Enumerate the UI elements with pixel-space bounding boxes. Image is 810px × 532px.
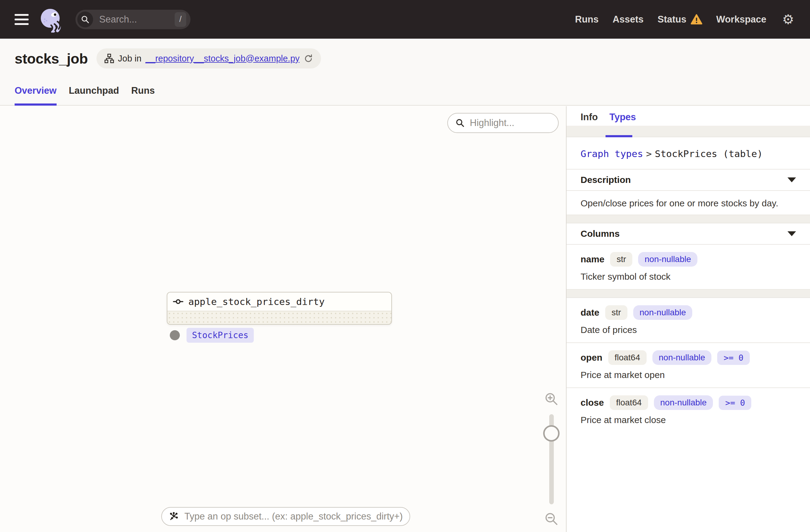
nav-link-assets[interactable]: Assets — [613, 14, 644, 25]
description-body: Open/close prices for one or more stocks… — [567, 191, 810, 214]
breadcrumb: Graph types>StockPrices (table) — [567, 137, 810, 169]
refresh-icon[interactable] — [304, 54, 313, 63]
type-badge: str — [605, 305, 628, 320]
dagster-logo-icon[interactable] — [38, 6, 64, 33]
global-search[interactable]: / — [76, 10, 191, 29]
type-badge: float64 — [610, 396, 648, 410]
column-row-name: name str non-nullable Ticker symbol of s… — [567, 245, 810, 289]
columns-title: Columns — [581, 229, 619, 239]
breadcrumb-current: StockPrices (table) — [655, 148, 763, 159]
op-selector-icon — [168, 511, 179, 522]
panel-tab-types[interactable]: Types — [610, 112, 636, 123]
column-row-close: close float64 non-nullable >= 0 Price at… — [567, 388, 810, 433]
column-row-open: open float64 non-nullable >= 0 Price at … — [567, 343, 810, 387]
op-node-apple-stock-prices-dirty[interactable]: apple_stock_prices_dirty — [167, 292, 392, 325]
nav-link-workspace[interactable]: Workspace — [716, 14, 766, 25]
graph-icon — [104, 53, 114, 63]
menu-icon[interactable] — [15, 14, 29, 25]
op-node-body — [167, 311, 391, 324]
breadcrumb-separator: > — [643, 148, 655, 159]
panel-tab-info[interactable]: Info — [581, 112, 598, 123]
chevron-down-icon[interactable] — [788, 177, 796, 182]
top-nav: / Runs Assets Status Workspace ⚙ — [0, 0, 810, 39]
chevron-down-icon[interactable] — [788, 231, 796, 236]
op-output-row: StockPrices — [170, 328, 254, 343]
panel-tab-bar-strip — [567, 126, 810, 137]
zoom-control — [539, 392, 564, 526]
zoom-slider-knob[interactable] — [543, 425, 560, 441]
nav-link-status[interactable]: Status — [658, 14, 702, 25]
warning-triangle-icon — [691, 14, 702, 25]
active-tab-underline — [605, 135, 632, 137]
section-gap-strip — [567, 289, 810, 298]
type-badge: str — [610, 252, 632, 267]
columns-section-header[interactable]: Columns — [567, 223, 810, 244]
tab-runs[interactable]: Runs — [131, 85, 155, 106]
breadcrumb-link-graph-types[interactable]: Graph types — [581, 148, 643, 159]
column-name: close — [581, 398, 604, 408]
column-description: Price at market open — [581, 365, 796, 387]
highlight-input[interactable] — [470, 117, 551, 128]
op-subset-filter[interactable] — [161, 507, 410, 526]
job-tabs: Overview Launchpad Runs — [15, 85, 155, 106]
type-badge: float64 — [608, 350, 647, 365]
slash-shortcut-key: / — [175, 12, 186, 27]
page-title: stocks_job — [15, 50, 88, 67]
output-type-tag[interactable]: StockPrices — [187, 328, 254, 343]
tab-overview[interactable]: Overview — [15, 85, 56, 106]
panel-tabs: Info Types — [567, 106, 810, 126]
zoom-in-icon[interactable] — [544, 392, 559, 406]
nav-link-runs[interactable]: Runs — [575, 14, 599, 25]
column-row-date: date str non-nullable Date of prices — [567, 298, 810, 342]
description-section-header[interactable]: Description — [567, 170, 810, 190]
column-name: open — [581, 352, 602, 363]
description-title: Description — [581, 175, 631, 185]
job-badge-prefix: Job in — [118, 53, 142, 64]
op-node-title: apple_stock_prices_dirty — [188, 296, 325, 307]
op-io-icon — [173, 297, 184, 306]
tab-launchpad[interactable]: Launchpad — [69, 85, 119, 106]
zoom-slider-track[interactable] — [549, 414, 554, 504]
op-subset-input[interactable] — [184, 511, 403, 522]
op-graph-canvas[interactable]: apple_stock_prices_dirty StockPrices — [0, 106, 566, 532]
column-description: Date of prices — [581, 320, 796, 342]
page-header: stocks_job Job in __repository__stocks_j… — [0, 39, 810, 106]
job-file-link[interactable]: __repository__stocks_job@example.py — [145, 53, 300, 64]
gear-icon[interactable]: ⚙ — [782, 13, 794, 26]
column-name: name — [581, 254, 604, 264]
highlight-search[interactable] — [447, 113, 559, 133]
nullability-badge: non-nullable — [652, 350, 712, 365]
search-input[interactable] — [99, 14, 175, 25]
search-icon — [77, 12, 93, 27]
type-detail-panel: Info Types Graph types>StockPrices (tabl… — [566, 106, 810, 532]
column-name: date — [581, 307, 599, 318]
constraint-badge: >= 0 — [717, 351, 750, 365]
nullability-badge: non-nullable — [654, 396, 713, 410]
nullability-badge: non-nullable — [633, 305, 693, 320]
nullability-badge: non-nullable — [638, 252, 697, 267]
output-handle-dot — [170, 330, 180, 340]
constraint-badge: >= 0 — [719, 396, 751, 410]
job-origin-badge: Job in __repository__stocks_job@example.… — [96, 48, 321, 68]
zoom-out-icon[interactable] — [544, 512, 559, 526]
column-description: Price at market close — [581, 410, 796, 433]
search-icon — [455, 118, 465, 128]
column-description: Ticker symbol of stock — [581, 267, 796, 289]
section-gap-strip — [567, 214, 810, 223]
